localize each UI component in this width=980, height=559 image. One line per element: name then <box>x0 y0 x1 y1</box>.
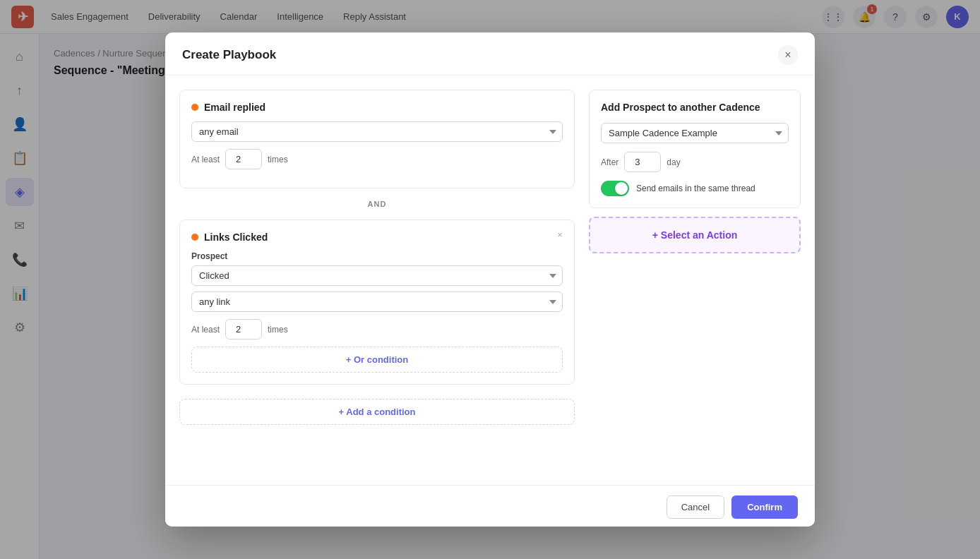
modal-body: Email replied any email specific email A… <box>165 76 815 485</box>
links-clicked-dot <box>191 234 198 241</box>
times-label-2: times <box>268 325 288 335</box>
email-replied-dropdown[interactable]: any email specific email <box>191 121 563 142</box>
modal-overlay: Create Playbook × Email replied any emai… <box>0 0 980 559</box>
after-input[interactable] <box>624 152 661 172</box>
link-dropdown[interactable]: any link specific link <box>191 291 563 312</box>
links-clicked-close-button[interactable]: × <box>553 227 567 241</box>
toggle-row: Send emails in the same thread <box>601 181 789 196</box>
email-replied-dot <box>191 104 198 111</box>
links-clicked-card: × Links Clicked Prospect Clicked Not Cli… <box>179 220 575 385</box>
at-least-label-1: At least <box>191 155 220 164</box>
prospect-label: Prospect <box>191 251 563 261</box>
at-least-input-2[interactable] <box>225 319 262 339</box>
modal-header: Create Playbook × <box>165 32 815 76</box>
day-label: day <box>667 157 680 167</box>
after-row: After day <box>601 152 789 172</box>
email-replied-title: Email replied <box>204 102 265 113</box>
action-card: Add Prospect to another Cadence Sample C… <box>589 90 801 208</box>
and-divider: AND <box>179 200 575 208</box>
modal-footer: Cancel Confirm <box>165 485 815 527</box>
at-least-input-1[interactable] <box>225 149 262 169</box>
at-least-label-2: At least <box>191 325 220 335</box>
prospect-dropdown[interactable]: Clicked Not Clicked <box>191 265 563 286</box>
same-thread-toggle[interactable] <box>601 181 629 196</box>
modal-title: Create Playbook <box>182 48 276 62</box>
links-clicked-title: Links Clicked <box>204 232 268 243</box>
select-action-button[interactable]: + Select an Action <box>589 217 801 253</box>
action-card-title: Add Prospect to another Cadence <box>601 102 789 113</box>
times-label-1: times <box>268 155 288 164</box>
or-condition-button[interactable]: + Or condition <box>191 347 563 373</box>
modal-close-button[interactable]: × <box>778 45 798 65</box>
links-clicked-header: Links Clicked <box>191 232 563 243</box>
create-playbook-modal: Create Playbook × Email replied any emai… <box>165 32 815 527</box>
same-thread-label: Send emails in the same thread <box>636 184 755 193</box>
cancel-button[interactable]: Cancel <box>667 495 724 519</box>
email-replied-card: Email replied any email specific email A… <box>179 90 575 188</box>
cadence-dropdown[interactable]: Sample Cadence Example Cadence 1 Cadence… <box>601 123 789 143</box>
conditions-panel: Email replied any email specific email A… <box>179 90 575 471</box>
after-label: After <box>601 157 619 167</box>
email-replied-header: Email replied <box>191 102 563 113</box>
action-panel: Add Prospect to another Cadence Sample C… <box>589 90 801 471</box>
confirm-button[interactable]: Confirm <box>731 495 798 519</box>
add-condition-button[interactable]: + Add a condition <box>179 399 575 425</box>
